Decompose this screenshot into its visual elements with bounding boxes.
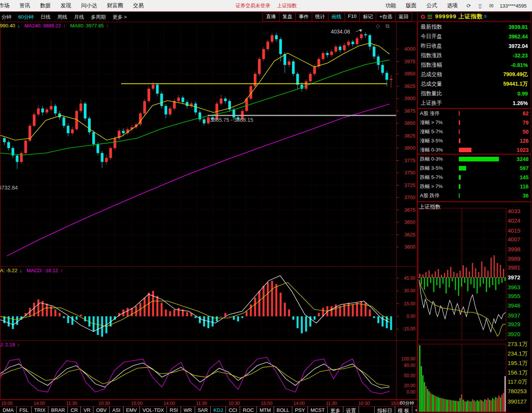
svg-text:3946: 3946 [508, 302, 520, 309]
indicator-tab-VR[interactable]: VR [81, 407, 93, 413]
ma-labels: 990.40↓MA240: 3889.22↑MA80: 3977.65↑ [0, 23, 113, 29]
indicator-tab-更多[interactable]: 更多 [328, 407, 343, 413]
svg-text:3925: 3925 [404, 83, 415, 89]
menu-item-4[interactable]: 发现 [56, 2, 76, 9]
period-tab-更多 >[interactable]: 更多 > [109, 14, 130, 21]
indicator-tab-TRIX[interactable]: TRIX [32, 407, 49, 413]
stat-row: 指数量比0.99 [418, 89, 531, 98]
svg-text:3775: 3775 [404, 158, 415, 163]
indicator-tab-EMV[interactable]: EMV [123, 407, 140, 413]
time-label-11: 10:30 [358, 401, 370, 406]
menu-right: 功能版面公式选项 [380, 2, 463, 9]
time-label-1: 14:00 [34, 401, 45, 406]
chart-button-+自选[interactable]: +自选 [376, 13, 395, 21]
feedback-icon[interactable]: ⟳ [466, 3, 471, 9]
index-stats-box: 最新指数3939.81今日开盘3962.44昨日收盘3972.04指数涨跌-32… [417, 22, 531, 108]
menu-item-3[interactable]: 数据 [35, 2, 56, 9]
svg-text:195.1万: 195.1万 [508, 360, 528, 366]
indicator-tab-OBV[interactable]: OBV [93, 407, 109, 413]
indicator-value-label: A: -5.22↓ [0, 268, 24, 273]
level-lines-icon [428, 14, 432, 19]
breadth-row: 涨幅 5-7%50 [418, 127, 531, 136]
indicator-tab-指标日[interactable]: 指标日 [375, 407, 395, 413]
svg-text:3963: 3963 [508, 284, 520, 290]
svg-text:100.00: 100.00 [401, 356, 415, 362]
menu-right-item-2[interactable]: 版面 [401, 2, 421, 9]
phone-icon[interactable]: ▯ [479, 3, 482, 9]
menu-right-item-3[interactable]: 公式 [421, 2, 442, 9]
indicator-tab-MCST[interactable]: MCST [308, 407, 328, 413]
period-tab-月线[interactable]: 月线 [71, 14, 87, 21]
svg-text:20.00: 20.00 [404, 383, 415, 388]
indicator-tab-模 板[interactable]: 模 板 [395, 407, 412, 413]
indicator-tab-VOL-TDX[interactable]: VOL-TDX [140, 407, 167, 413]
user-phone-number[interactable]: 133****4595 [500, 3, 527, 9]
svg-text:3725: 3725 [404, 182, 415, 188]
decliners-box: 跌幅 0-3%3248跌幅 3-5%597跌幅 5-7%145跌幅 > 7%11… [417, 154, 531, 202]
breadth-row: 跌幅 3-5%597 [418, 164, 531, 173]
indicator-tab-MTM[interactable]: MTM [257, 407, 274, 413]
indicator-tab-ASI[interactable]: ASI [110, 407, 123, 413]
indicator-tab-CR[interactable]: CR [68, 407, 81, 413]
menu-item-6[interactable]: 财富圈 [102, 2, 128, 9]
period-tab-多周期[interactable]: 多周期 [88, 14, 109, 21]
svg-text:3825: 3825 [404, 133, 415, 139]
symbol-superscript: ① [484, 14, 487, 19]
period-tab-日线[interactable]: 日线 [37, 14, 53, 21]
period-tab-周线[interactable]: 周线 [54, 14, 70, 21]
menu-item-5[interactable]: 问小达 [76, 2, 102, 9]
chart-button-统计[interactable]: 统计 [312, 13, 328, 21]
svg-text:3800: 3800 [404, 145, 415, 151]
period-tab-分钟[interactable]: 分钟 [0, 14, 14, 21]
indicator-tab-ROC[interactable]: ROC [240, 407, 257, 413]
chart-buttons: 直播复盘事件统计画线F10标记+自选返回 [263, 12, 412, 22]
svg-text:3650: 3650 [404, 219, 415, 225]
menu-item-7[interactable]: 交易 [128, 2, 149, 9]
chart-button-画线[interactable]: 画线 [328, 13, 345, 21]
indicator-tab-RSI[interactable]: RSI [167, 407, 181, 413]
svg-text:3850: 3850 [404, 120, 415, 126]
indicator-tab-BOLL[interactable]: BOLL [274, 407, 292, 413]
svg-text:80.00: 80.00 [404, 363, 415, 368]
svg-text:3975: 3975 [404, 59, 415, 64]
indicator-tab-FSL[interactable]: FSL [17, 407, 32, 413]
svg-text:117.0万: 117.0万 [508, 378, 527, 385]
period-tab-60分钟[interactable]: 60分钟 [15, 14, 37, 21]
g-flag: G [421, 13, 425, 20]
symbol-header[interactable]: G 999999 上证指数 ① [417, 12, 531, 21]
chart-button-标记[interactable]: 标记 [359, 13, 376, 21]
indicator-tab-spacer[interactable] [359, 407, 375, 413]
indicator-tab-PSY[interactable]: PSY [292, 407, 308, 413]
menu-item-1[interactable]: 市场 [0, 2, 14, 9]
time-label-8: 15:00 [261, 401, 272, 406]
candlestick-chart[interactable]: 4000397539503925390038753850382538003775… [0, 22, 417, 400]
svg-text:156.1万: 156.1万 [508, 369, 528, 376]
indicator-tab-DMA[interactable]: DMA [0, 407, 17, 413]
svg-text:3955: 3955 [508, 293, 520, 299]
menu-item-2[interactable]: 资讯 [14, 2, 35, 9]
indicator-tab-BRAR[interactable]: BRAR [48, 407, 68, 413]
indicator-value-label: J: 2.19↑ [0, 342, 22, 348]
intraday-chart[interactable]: 4033402440154007399839893981397239633955… [418, 202, 531, 413]
indicator-tab-设置[interactable]: 设置 [343, 407, 359, 413]
chart-button-返回[interactable]: 返回 [395, 13, 412, 21]
chart-button-直播[interactable]: 直播 [263, 13, 279, 21]
indicator-tab-KDJ[interactable]: KDJ [211, 407, 226, 413]
mail-icon[interactable]: ✉ [489, 3, 494, 9]
indicator-tab-CCI[interactable]: CCI [226, 407, 240, 413]
menu-right-item-1[interactable]: 功能 [380, 2, 401, 9]
chart-button-复盘[interactable]: 复盘 [279, 13, 295, 21]
menu-right-item-4[interactable]: 选项 [442, 2, 463, 9]
breadth-row: 涨幅 0-3%1023 [418, 145, 531, 155]
panel-toggle-icon[interactable]: ⧉ [386, 23, 389, 29]
stat-row: 指数涨跌-32.23 [418, 51, 531, 60]
indicator-tab-WR[interactable]: WR [181, 407, 195, 413]
time-label-7: 10:30 [228, 401, 240, 406]
indicator-value-label: 990.40↓ [0, 23, 22, 29]
alert-index-name[interactable]: 上证指数 [277, 2, 297, 9]
diamond-marker-icon[interactable]: ◇ [376, 23, 380, 29]
chart-button-事件[interactable]: 事件 [295, 13, 312, 21]
indicator-tab-SAR[interactable]: SAR [195, 407, 211, 413]
chart-button-F10[interactable]: F10 [345, 13, 359, 21]
svg-text:3998: 3998 [508, 246, 520, 252]
